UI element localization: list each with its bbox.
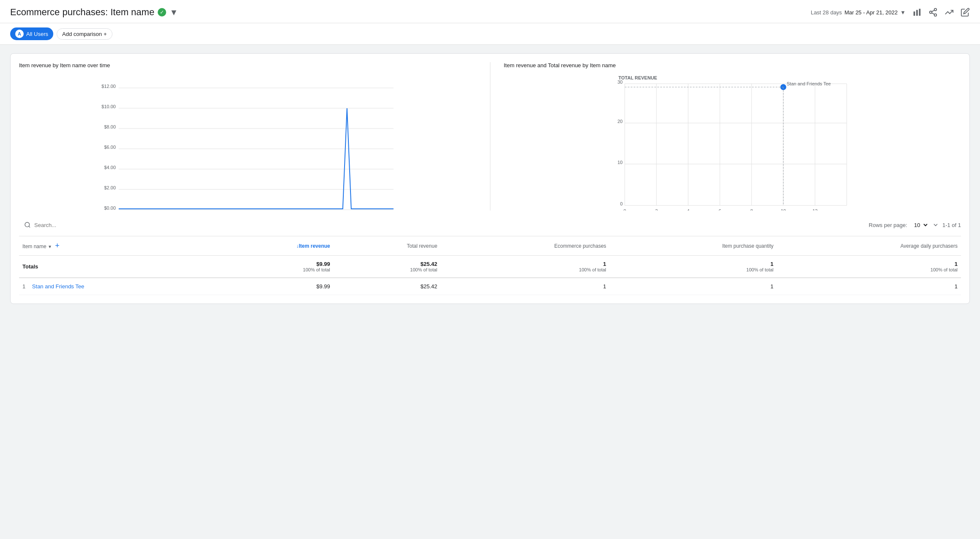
svg-text:2: 2 — [655, 208, 657, 211]
line-chart-section: Item revenue by Item name over time $0.0… — [19, 62, 476, 211]
chart-divider — [490, 62, 490, 211]
chart-type-icon[interactable] — [912, 8, 922, 17]
trending-icon[interactable] — [944, 8, 954, 17]
header-icons — [912, 8, 970, 17]
pagination-info: 1-1 of 1 — [942, 222, 961, 228]
data-table: Item name ▼ + ↓Item revenue Total revenu… — [19, 236, 961, 295]
rows-dropdown-icon — [932, 222, 939, 228]
page-title: Ecommerce purchases: Item name — [10, 7, 154, 18]
totals-avg-daily-purchasers: 1 100% of total — [777, 256, 961, 278]
col-item-revenue[interactable]: ↓Item revenue — [216, 236, 334, 256]
filters-bar: A All Users Add comparison + — [0, 23, 980, 45]
table-header-row: Item name ▼ + ↓Item revenue Total revenu… — [19, 236, 961, 256]
totals-total-revenue: $25.42 100% of total — [334, 256, 441, 278]
svg-rect-1 — [916, 10, 918, 16]
line-chart-container: $0.00 $2.00 $4.00 $6.00 $8.00 $10.00 $12… — [19, 75, 476, 211]
search-input[interactable] — [34, 222, 119, 228]
row-item-purchase-qty: 1 — [610, 278, 777, 295]
svg-text:10: 10 — [780, 208, 786, 211]
svg-text:$4.00: $4.00 — [104, 165, 116, 170]
user-badge-avatar: A — [15, 30, 24, 38]
scatter-chart-section: Item revenue and Total revenue by Item n… — [504, 62, 961, 211]
svg-text:4: 4 — [687, 208, 689, 211]
svg-text:$12.00: $12.00 — [101, 84, 116, 89]
svg-point-56 — [25, 222, 30, 227]
totals-label: Totals — [19, 256, 216, 278]
table-controls: Rows per page: 10 25 50 1-1 of 1 — [19, 214, 961, 236]
row-ecommerce-purchases: 1 — [441, 278, 610, 295]
date-range[interactable]: Last 28 days Mar 25 - Apr 21, 2022 ▼ — [811, 9, 906, 16]
totals-item-revenue: $9.99 100% of total — [216, 256, 334, 278]
svg-text:$0.00: $0.00 — [104, 205, 116, 211]
svg-text:$6.00: $6.00 — [104, 145, 116, 150]
add-column-button[interactable]: + — [55, 241, 60, 250]
totals-row: Totals $9.99 100% of total $25.42 100% o… — [19, 256, 961, 278]
item-name-link[interactable]: Stan and Friends Tee — [32, 283, 84, 290]
row-item-revenue: $9.99 — [216, 278, 334, 295]
totals-item-purchase-qty: 1 100% of total — [610, 256, 777, 278]
date-range-label: Last 28 days — [811, 9, 842, 16]
svg-text:TOTAL REVENUE: TOTAL REVENUE — [618, 75, 657, 80]
edit-icon[interactable] — [961, 8, 970, 17]
add-comparison-icon: + — [104, 31, 107, 37]
svg-text:0: 0 — [620, 201, 622, 206]
charts-row: Item revenue by Item name over time $0.0… — [19, 62, 961, 211]
search-box[interactable] — [19, 219, 124, 231]
svg-text:$2.00: $2.00 — [104, 185, 116, 190]
col-item-purchase-qty[interactable]: Item purchase quantity — [610, 236, 777, 256]
svg-text:$8.00: $8.00 — [104, 124, 116, 129]
totals-ecommerce-purchases: 1 100% of total — [441, 256, 610, 278]
svg-point-5 — [934, 14, 937, 16]
svg-text:0: 0 — [623, 208, 626, 211]
svg-text:Stan and Friends Tee: Stan and Friends Tee — [786, 81, 830, 86]
svg-line-6 — [932, 13, 934, 14]
add-comparison-button[interactable]: Add comparison + — [57, 28, 112, 40]
date-range-value: Mar 25 - Apr 21, 2022 — [844, 9, 898, 16]
add-comparison-label: Add comparison — [62, 31, 102, 37]
user-badge-label: All Users — [26, 31, 48, 37]
svg-text:10: 10 — [617, 160, 622, 165]
header-right: Last 28 days Mar 25 - Apr 21, 2022 ▼ — [811, 8, 970, 17]
row-rank: 1 Stan and Friends Tee — [19, 278, 216, 295]
page-header: Ecommerce purchases: Item name ✓ ▼ Last … — [0, 0, 980, 23]
charts-card: Item revenue by Item name over time $0.0… — [10, 53, 970, 304]
svg-text:30: 30 — [617, 79, 622, 85]
rows-per-page: Rows per page: 10 25 50 1-1 of 1 — [869, 221, 961, 230]
col-item-name[interactable]: Item name ▼ + — [19, 236, 216, 256]
col-ecommerce-purchases[interactable]: Ecommerce purchases — [441, 236, 610, 256]
col-sort-icon: ▼ — [48, 244, 52, 249]
status-icon: ✓ — [158, 8, 166, 16]
svg-text:6: 6 — [718, 208, 721, 211]
share-icon[interactable] — [928, 8, 938, 17]
scatter-chart-container: TOTAL REVENUE 0 10 20 30 0 2 4 6 8 10 12 — [504, 75, 961, 211]
rows-per-page-select[interactable]: 10 25 50 — [911, 221, 929, 230]
scatter-chart-svg: TOTAL REVENUE 0 10 20 30 0 2 4 6 8 10 12 — [504, 75, 961, 211]
header-left: Ecommerce purchases: Item name ✓ ▼ — [10, 7, 178, 18]
svg-line-7 — [932, 10, 934, 12]
main-content: Item revenue by Item name over time $0.0… — [0, 45, 980, 319]
svg-text:12: 12 — [812, 208, 817, 211]
svg-text:$10.00: $10.00 — [101, 104, 116, 109]
title-dropdown-icon[interactable]: ▼ — [170, 8, 178, 17]
search-icon — [24, 222, 31, 228]
row-total-revenue: $25.42 — [334, 278, 441, 295]
scatter-chart-title: Item revenue and Total revenue by Item n… — [504, 62, 961, 68]
col-avg-daily-purchasers[interactable]: Average daily purchasers — [777, 236, 961, 256]
svg-text:20: 20 — [617, 119, 622, 124]
all-users-badge[interactable]: A All Users — [10, 27, 53, 40]
row-avg-daily-purchasers: 1 — [777, 278, 961, 295]
table-section: Rows per page: 10 25 50 1-1 of 1 — [19, 214, 961, 295]
date-range-dropdown-icon[interactable]: ▼ — [900, 9, 906, 16]
svg-point-4 — [930, 11, 932, 14]
line-chart-svg: $0.00 $2.00 $4.00 $6.00 $8.00 $10.00 $12… — [19, 75, 476, 211]
col-total-revenue[interactable]: Total revenue — [334, 236, 441, 256]
svg-text:8: 8 — [750, 208, 753, 211]
rows-per-page-label: Rows per page: — [869, 222, 907, 228]
svg-rect-2 — [919, 9, 921, 16]
line-chart-title: Item revenue by Item name over time — [19, 62, 476, 68]
svg-rect-0 — [914, 11, 915, 16]
table-row: 1 Stan and Friends Tee $9.99 $25.42 1 1 … — [19, 278, 961, 295]
svg-point-3 — [934, 8, 937, 11]
svg-line-57 — [29, 226, 30, 227]
